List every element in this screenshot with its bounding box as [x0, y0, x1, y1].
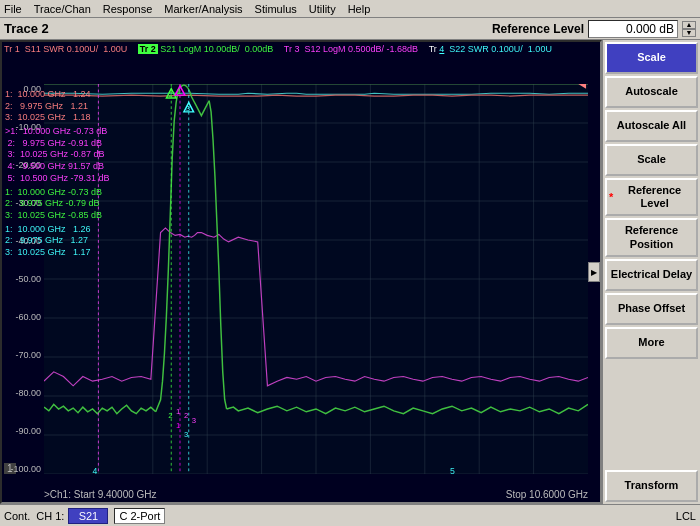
svg-text:1: 1: [176, 421, 180, 430]
chart-container: Tr 1 S11 SWR 0.100U/ 1.00U Tr 2 S21 LogM…: [0, 40, 602, 504]
chart-svg: 2 1 3 2 1 3 3 1 2 4 5: [44, 84, 588, 474]
asterisk-icon: *: [609, 191, 613, 204]
y-label-2: -20.00: [2, 160, 44, 170]
scroll-right-arrow[interactable]: ▶: [588, 262, 600, 282]
svg-text:2: 2: [168, 411, 172, 420]
menu-stimulus[interactable]: Stimulus: [255, 3, 297, 15]
x-axis-start: >Ch1: Start 9.40000 GHz: [44, 489, 157, 500]
legend-tr2: Tr 2 S21 LogM 10.00dB/ 0.00dB: [138, 44, 274, 54]
y-label-1: -10.00: [2, 122, 44, 132]
status-channel: CH 1: S21: [36, 508, 108, 524]
y-label-9: -90.00: [2, 426, 44, 436]
y-label-4: -40.00: [2, 236, 44, 246]
ref-level-input[interactable]: [588, 20, 678, 38]
legend-tr4: Tr 4 S22 SWR 0.100U/ 1.00U: [429, 44, 552, 54]
phase-offset-button[interactable]: Phase Offset: [605, 293, 698, 325]
titlebar: Trace 2 Reference Level ▲ ▼: [0, 18, 700, 40]
legend-tr1: Tr 1 S11 SWR 0.100U/ 1.00U: [4, 44, 127, 54]
svg-text:3: 3: [192, 416, 196, 425]
menu-trace-chan[interactable]: Trace/Chan: [34, 3, 91, 15]
ch-label: CH 1:: [36, 510, 64, 522]
y-label-7: -70.00: [2, 350, 44, 360]
trace-legend: Tr 1 S11 SWR 0.100U/ 1.00U Tr 2 S21 LogM…: [4, 44, 586, 54]
window-title: Trace 2: [4, 21, 49, 36]
menu-response[interactable]: Response: [103, 3, 153, 15]
x-axis-labels: >Ch1: Start 9.40000 GHz Stop 10.6000 GHz: [44, 489, 588, 500]
statusbar: Cont. CH 1: S21 C 2-Port LCL: [0, 504, 700, 526]
svg-text:1: 1: [176, 407, 180, 416]
transform-button[interactable]: Transform: [605, 470, 698, 502]
y-label-5: -50.00: [2, 274, 44, 284]
menu-file[interactable]: File: [4, 3, 22, 15]
status-lcl: LCL: [676, 510, 696, 522]
spin-down[interactable]: ▼: [682, 29, 696, 37]
y-label-6: -60.00: [2, 312, 44, 322]
electrical-delay-button[interactable]: Electrical Delay: [605, 259, 698, 291]
y-label-8: -80.00: [2, 388, 44, 398]
svg-text:3: 3: [184, 430, 188, 439]
ref-level-label: Reference Level: [492, 22, 584, 36]
scale2-button[interactable]: Scale: [605, 144, 698, 176]
autoscale-all-button[interactable]: Autoscale All: [605, 110, 698, 142]
svg-text:3: 3: [186, 104, 190, 113]
status-cont: Cont.: [4, 510, 30, 522]
x-axis-stop: Stop 10.6000 GHz: [506, 489, 588, 500]
legend-tr3: Tr 3 S12 LogM 0.500dB/ -1.68dB: [284, 44, 418, 54]
ref-position-button[interactable]: Reference Position: [605, 218, 698, 256]
ref-level-spinner: ▲ ▼: [682, 21, 696, 37]
more-button[interactable]: More: [605, 327, 698, 359]
segment-number: 1: [4, 463, 16, 474]
menu-help[interactable]: Help: [348, 3, 371, 15]
menu-utility[interactable]: Utility: [309, 3, 336, 15]
right-panel: Scale Autoscale Autoscale All Scale *Ref…: [602, 40, 700, 504]
main-area: Tr 1 S11 SWR 0.100U/ 1.00U Tr 2 S21 LogM…: [0, 40, 700, 504]
status-port: C 2-Port: [114, 508, 165, 524]
svg-text:4: 4: [93, 466, 98, 474]
ref-level-control: Reference Level ▲ ▼: [492, 20, 696, 38]
svg-text:1: 1: [177, 87, 181, 96]
menubar: File Trace/Chan Response Marker/Analysis…: [0, 0, 700, 18]
scale-button[interactable]: Scale: [605, 42, 698, 74]
y-label-3: -30.00: [2, 198, 44, 208]
svg-text:2: 2: [168, 90, 172, 99]
y-label-0: 0.00: [2, 84, 44, 94]
y-axis-labels: 0.00 -10.00 -20.00 -30.00 -40.00 -50.00 …: [2, 84, 44, 474]
svg-text:2: 2: [184, 411, 188, 420]
ref-level-button[interactable]: *Reference Level: [605, 178, 698, 216]
autoscale-button[interactable]: Autoscale: [605, 76, 698, 108]
status-param[interactable]: S21: [68, 508, 108, 524]
menu-marker-analysis[interactable]: Marker/Analysis: [164, 3, 242, 15]
spin-up[interactable]: ▲: [682, 21, 696, 29]
svg-text:5: 5: [450, 466, 455, 474]
